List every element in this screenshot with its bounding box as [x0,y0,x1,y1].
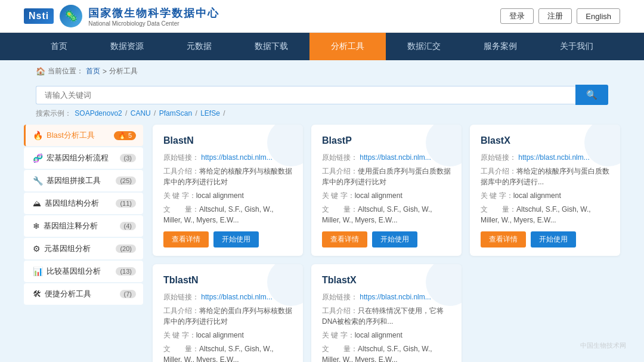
sidebar: 🔥 Blast分析工具 🔥 5 🧬 宏基因组分析流程 (3) 🔧 基因组拼接工具… [24,125,143,362]
logo-circle-icon: 🦠 [60,5,82,27]
main-layout: 🔥 Blast分析工具 🔥 5 🧬 宏基因组分析流程 (3) 🔧 基因组拼接工具… [0,125,644,362]
blastx-link[interactable]: https://blast.ncbi.nlm... [518,153,589,162]
comparative-icon: 📊 [33,267,43,276]
annotation-icon: ❄ [33,221,40,231]
blastn-authors-row: 文 量：Altschul, S.F., Gish, W., Miller, W.… [163,204,292,225]
search-area: 🔍 搜索示例： SOAPdenovo2 / CANU / PfamScan / … [0,82,644,125]
tblastx-title: TblastX [322,275,451,286]
tool-content: BlastN 原始链接： https://blast.ncbi.nlm... 工… [153,125,620,362]
sidebar-item-blast[interactable]: 🔥 Blast分析工具 🔥 5 [24,125,143,146]
sidebar-assembly-label: 基因组拼接工具 [47,175,101,186]
breadcrumb: 🏠 当前位置： 首页 > 分析工具 [0,60,644,82]
tblastn-link-row: 原始链接： https://blast.ncbi.nlm... [163,292,292,302]
search-example-4[interactable]: LEfSe [200,109,220,117]
tblastn-intro-row: 工具介绍：将给定的蛋白序列与标核数据库中的序列进行比对 [163,305,292,327]
site-header: Nsti 🦠 国家微生物科学数据中心 National Microbiology… [0,0,644,33]
structure-badge: (11) [116,199,136,208]
blastn-link-row: 原始链接： https://blast.ncbi.nlm... [163,152,292,163]
blast-badge: 🔥 5 [114,131,136,140]
tblastx-intro-row: 工具介绍：只在特殊情况下使用，它将DNA被检索的序列和... [322,305,451,327]
tool-card-tblastn: TblastN 原始链接： https://blast.ncbi.nlm... … [153,264,303,362]
blastp-link[interactable]: https://blast.ncbi.nlm... [360,153,431,162]
blastx-keywords-row: 关 键 字：local alignment [481,190,609,201]
blastn-link[interactable]: https://blast.ncbi.nlm... [201,153,272,162]
blastx-intro-row: 工具介绍：将给定的核酸序列与蛋白质数据库中的序列进行... [481,166,609,187]
nav-metadata[interactable]: 元数据 [165,33,233,60]
tblastx-link[interactable]: https://blast.ncbi.nlm... [360,293,431,301]
search-input[interactable] [36,86,575,104]
home-icon: 🏠 [36,67,45,76]
tool-card-blastp: BlastP 原始链接： https://blast.ncbi.nlm... 工… [311,125,462,256]
tool-card-blastn: BlastN 原始链接： https://blast.ncbi.nlm... 工… [153,125,303,256]
blastx-actions: 查看详情 开始使用 [481,231,609,247]
sidebar-convenient-label: 便捷分析工具 [45,289,91,299]
tool-grid: BlastN 原始链接： https://blast.ncbi.nlm... 工… [153,125,620,362]
comparative-badge: (13) [116,267,136,276]
tblastx-authors-row: 文 量：Altschul, S.F., Gish, W., Miller, W.… [322,344,451,362]
sidebar-item-genome-structure[interactable]: ⛰ 基因组结构分析 (11) [24,193,143,214]
language-button[interactable]: English [577,8,620,24]
register-button[interactable]: 注册 [538,8,572,24]
breadcrumb-current: 分析工具 [109,66,138,76]
sidebar-annotation-label: 基因组注释分析 [44,221,98,231]
nsti-logo: Nsti [24,8,54,24]
fire-icon: 🔥 [118,132,126,140]
sidebar-item-comparative[interactable]: 📊 比较基因组分析 (13) [24,261,143,282]
logo-text: 国家微生物科学数据中心 National Microbiology Data C… [88,6,219,27]
blastp-actions: 查看详情 开始使用 [322,231,451,247]
sidebar-metagenomics-label: 元基因组分析 [44,243,91,254]
sidebar-item-gene-annotation[interactable]: ❄ 基因组注释分析 (4) [24,215,143,237]
nav-data-submission[interactable]: 数据汇交 [386,33,462,60]
blastn-keywords-row: 关 键 字：local alignment [163,190,292,201]
blastp-intro-row: 工具介绍：使用蛋白质序列与蛋白质数据库中的序列进行比对 [322,166,451,187]
blastp-use-btn[interactable]: 开始使用 [372,231,417,247]
tblastx-link-row: 原始链接： https://blast.ncbi.nlm... [322,292,451,302]
nav-service-cases[interactable]: 服务案例 [462,33,538,60]
nav-data-download[interactable]: 数据下载 [233,33,309,60]
sidebar-item-metagenome[interactable]: 🧬 宏基因组分析流程 (3) [24,147,143,169]
search-example-2[interactable]: CANU [131,109,151,117]
metagenome-badge: (3) [120,154,136,162]
breadcrumb-home[interactable]: 首页 [86,66,100,76]
header-buttons: 登录 注册 English [500,8,620,24]
sidebar-item-genome-assembly[interactable]: 🔧 基因组拼接工具 (25) [24,170,143,191]
sidebar-metagenome-label: 宏基因组分析流程 [47,153,109,163]
nav-home[interactable]: 首页 [29,33,89,60]
search-bar: 🔍 [36,85,608,105]
search-example-1[interactable]: SOAPdenovo2 [75,109,122,117]
blastx-link-row: 原始链接： https://blast.ncbi.nlm... [481,152,609,163]
blastn-use-btn[interactable]: 开始使用 [213,231,259,247]
tblastn-title: TblastN [163,275,292,286]
blast-icon: 🔥 [33,131,43,140]
tblastx-keywords-row: 关 键 字：local alignment [322,330,451,341]
metagenome-icon: 🧬 [33,153,43,163]
convenient-badge: (7) [120,290,136,298]
sidebar-comparative-label: 比较基因组分析 [47,266,101,277]
search-button[interactable]: 🔍 [575,85,608,105]
metagenomics-badge: (20) [116,245,136,253]
structure-icon: ⛰ [33,199,41,208]
blastp-detail-btn[interactable]: 查看详情 [322,231,367,247]
search-example-3[interactable]: PfamScan [159,109,192,117]
breadcrumb-sep: > [103,67,107,76]
breadcrumb-label: 当前位置： [48,66,83,76]
metagenomics-icon: ⚙ [33,244,41,253]
annotation-badge: (4) [120,222,136,230]
nav-about-us[interactable]: 关于我们 [538,33,615,60]
blastp-authors-row: 文 量：Altschul, S.F., Gish, W., Miller, W.… [322,204,451,225]
nav-data-resources[interactable]: 数据资源 [89,33,165,60]
site-title-en: National Microbiology Data Center [88,20,219,27]
logo-area: Nsti 🦠 国家微生物科学数据中心 National Microbiology… [24,5,219,27]
login-button[interactable]: 登录 [500,8,534,24]
blastn-detail-btn[interactable]: 查看详情 [163,231,209,247]
blastx-title: BlastX [481,135,609,146]
assembly-icon: 🔧 [33,176,43,185]
blastx-detail-btn[interactable]: 查看详情 [481,231,526,247]
tblastn-link[interactable]: https://blast.ncbi.nlm... [201,293,272,301]
nav-analysis-tools[interactable]: 分析工具 [309,33,386,60]
sidebar-item-metagenomics[interactable]: ⚙ 元基因组分析 (20) [24,238,143,259]
sidebar-item-convenient[interactable]: 🛠 便捷分析工具 (7) [24,283,143,305]
search-examples: 搜索示例： SOAPdenovo2 / CANU / PfamScan / LE… [36,109,608,119]
blastx-use-btn[interactable]: 开始使用 [531,231,576,247]
sidebar-structure-label: 基因组结构分析 [45,198,99,209]
